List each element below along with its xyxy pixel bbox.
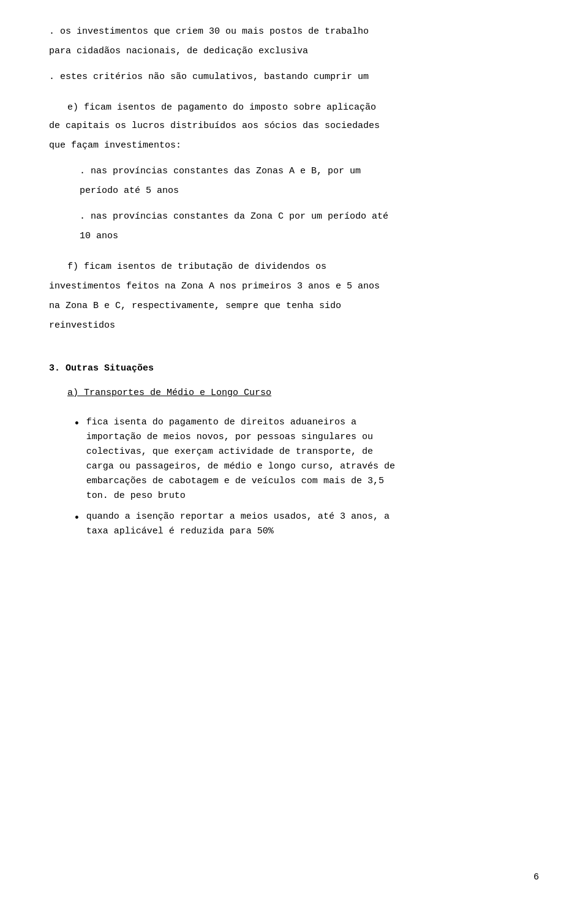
line-investments-colon: que façam investimentos:	[49, 138, 539, 153]
line-citizens: para cidadãos nacionais, de dedicação ex…	[49, 44, 539, 59]
bullet2-line1: quando a isenção reportar a meios usados…	[86, 511, 390, 522]
text-line7: . nas províncias constantes das Zonas A …	[80, 166, 361, 176]
text-line9: . nas províncias constantes da Zona C po…	[80, 211, 388, 222]
bullet-dot-2: •	[74, 510, 80, 527]
page: . os investimentos que criem 30 ou mais …	[0, 0, 588, 907]
section-3-label: 3. Outras Situações	[49, 363, 154, 374]
bullet-item-2: • quando a isenção reportar a meios usad…	[74, 510, 539, 539]
text-line12: investimentos feitos na Zona A nos prime…	[49, 281, 380, 292]
bullet-text-1: fica isenta do pagamento de direitos adu…	[86, 415, 539, 503]
line-dividends-exempt: f) ficam isentos de tributação de divide…	[67, 260, 539, 274]
text-line3: . estes critérios não são cumulativos, b…	[49, 72, 369, 82]
bullet1-line5: embarcações de cabotagem e de veículos c…	[86, 476, 384, 486]
bullet-dot-1: •	[74, 415, 80, 433]
text-line5: de capitais os lucros distribuídos aos s…	[49, 121, 380, 131]
bullet-item-1: • fica isenta do pagamento de direitos a…	[74, 415, 539, 503]
line-exempt-payment: e) ficam isentos de pagamento do imposto…	[67, 100, 539, 115]
text-line11: f) ficam isentos de tributação de divide…	[67, 262, 326, 272]
text-line13: na Zona B e C, respectivamente, sempre q…	[49, 301, 341, 311]
bullet1-line1: fica isenta do pagamento de direitos adu…	[86, 417, 356, 427]
text-line14: reinvestidos	[49, 320, 115, 331]
line-zona-a: investimentos feitos na Zona A nos prime…	[49, 279, 539, 294]
bullet1-line4: carga ou passageiros, de médio e longo c…	[86, 461, 395, 472]
bullet1-line2: importação de meios novos, por pessoas s…	[86, 432, 373, 442]
line-period-5: período até 5 anos	[80, 184, 539, 198]
line-zone-c: . nas províncias constantes da Zona C po…	[80, 209, 539, 224]
line-capital: de capitais os lucros distribuídos aos s…	[49, 119, 539, 134]
text-line10: 10 anos	[80, 231, 118, 241]
text-line1: . os investimentos que criem 30 ou mais …	[49, 26, 369, 37]
line-zones-ab: . nas províncias constantes das Zonas A …	[80, 164, 539, 179]
line-reinvested: reinvestidos	[49, 318, 539, 333]
bullet2-line2: taxa aplicável é reduzida para 50%	[86, 526, 274, 536]
page-number: 6	[533, 872, 539, 883]
line-zona-bc: na Zona B e C, respectivamente, sempre q…	[49, 299, 539, 314]
section-3-heading: 3. Outras Situações	[49, 361, 539, 376]
subsection-a-label: a) Transportes de Médio e Longo Curso	[67, 388, 271, 398]
line-criteria: . estes critérios não são cumulativos, b…	[49, 70, 539, 85]
text-line6: que façam investimentos:	[49, 140, 181, 151]
line-work-investments: . os investimentos que criem 30 ou mais …	[49, 24, 539, 39]
bullet1-line6: ton. de peso bruto	[86, 491, 186, 501]
text-line2: para cidadãos nacionais, de dedicação ex…	[49, 46, 308, 56]
bullet-text-2: quando a isenção reportar a meios usados…	[86, 510, 539, 539]
bullet1-line3: colectivas, que exerçam actividade de tr…	[86, 446, 373, 457]
subsection-a-heading: a) Transportes de Médio e Longo Curso	[67, 386, 539, 401]
main-content: . os investimentos que criem 30 ou mais …	[49, 24, 539, 539]
text-line4: e) ficam isentos de pagamento do imposto…	[67, 102, 376, 113]
text-line8: período até 5 anos	[80, 186, 179, 196]
line-10-years: 10 anos	[80, 229, 539, 244]
page-number-value: 6	[533, 872, 539, 883]
